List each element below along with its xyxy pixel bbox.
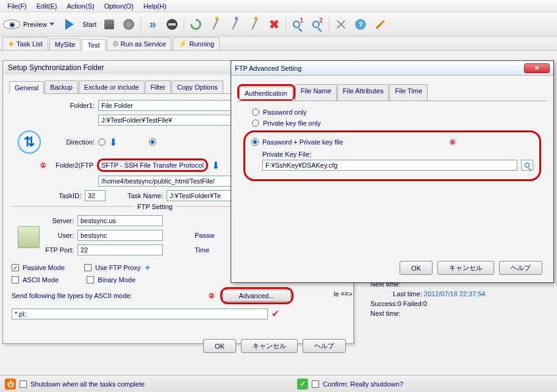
ok-button[interactable]: OK — [203, 339, 236, 353]
private-key-label: Private Key File: — [262, 151, 533, 158]
use-proxy-checkbox[interactable] — [84, 264, 92, 271]
toolbar-separator — [184, 17, 184, 32]
folder1-label: Folder1: — [46, 102, 95, 109]
preview-dropdown-icon[interactable] — [49, 23, 54, 26]
preview-label: Preview — [22, 21, 48, 28]
wand-blue-button[interactable] — [226, 15, 244, 34]
tab-test[interactable]: Test — [82, 39, 105, 51]
gear-icon — [123, 19, 134, 30]
search2-button[interactable]: 2 — [308, 15, 326, 34]
menu-action[interactable]: Action(S) — [62, 1, 99, 11]
binary-mode-checkbox[interactable] — [87, 276, 94, 283]
stop-button[interactable] — [100, 15, 118, 34]
menu-file[interactable]: File(F) — [2, 1, 32, 11]
folder2-label: Folder2(FTP — [52, 162, 93, 169]
tab-general[interactable]: General — [9, 81, 44, 94]
confirm-checkbox[interactable] — [312, 380, 319, 388]
advanced-button[interactable]: Advanced... — [223, 290, 291, 302]
annotation-box-4: Password + Private key file ④ Private Ke… — [243, 130, 541, 181]
search1-button[interactable]: 1 — [289, 15, 307, 34]
password-pk-radio[interactable] — [251, 138, 259, 146]
tab-authentication[interactable]: Authentication — [239, 87, 293, 99]
private-key-only-radio[interactable] — [252, 119, 259, 127]
password-only-radio[interactable] — [252, 109, 259, 116]
start-button[interactable] — [60, 15, 79, 34]
tab-tasklist[interactable]: ★Task List — [2, 37, 48, 50]
running-icon: ⚡ — [178, 40, 187, 48]
last-time-label: Last time: — [393, 290, 422, 298]
annotation-4: ④ — [448, 137, 458, 147]
menu-help[interactable]: Help(H) — [138, 1, 171, 11]
noentry-icon — [167, 19, 178, 30]
badge-2: 2 — [320, 17, 323, 24]
toolbar-separator — [286, 17, 286, 32]
taskid-field[interactable]: 32 — [85, 190, 106, 201]
user-field[interactable]: bestsync — [77, 230, 163, 241]
wand-blue-icon — [232, 19, 238, 29]
menu-option[interactable]: Option(O) — [99, 1, 138, 11]
toolbar-separator — [329, 17, 329, 32]
menu-edit[interactable]: Edit(E) — [32, 1, 62, 11]
shutdown-checkbox[interactable] — [20, 380, 27, 388]
ftp-advanced-dialog: FTP Advanced Setting ✕ ③ Authentication … — [231, 60, 554, 283]
edit-button[interactable] — [371, 15, 389, 34]
tab-label: MySite — [55, 41, 76, 48]
menu-bar: File(F) Edit(E) Action(S) Option(O) Help… — [0, 0, 557, 12]
cancel-button[interactable]: キャンセル — [437, 261, 494, 275]
tab-backup[interactable]: Backup — [45, 80, 78, 93]
passive-mode-checkbox[interactable] — [12, 264, 19, 271]
status-panel: Next time: le ==> Last time: 2012/07/18 … — [370, 280, 553, 319]
browse-button[interactable] — [521, 160, 533, 171]
ok-button[interactable]: OK — [400, 261, 433, 275]
tab-exclude[interactable]: Exclude or include — [79, 80, 145, 93]
taskid-label: TaskID: — [54, 192, 81, 199]
confirm-label: Confirm: Really shutdown? — [323, 380, 403, 388]
port-label: FTP Port: — [43, 246, 74, 254]
ascii-types-field[interactable]: *.pl; — [12, 308, 268, 319]
tools-button[interactable] — [332, 15, 350, 34]
folder2-protocol-field[interactable]: SFTP - SSH File Transfer Protocol — [97, 159, 208, 172]
ascii-mode-checkbox[interactable] — [12, 276, 19, 283]
private-key-only-label: Private key file only — [263, 119, 321, 127]
wand-orange-button[interactable] — [206, 15, 225, 34]
tab-filter[interactable]: Filter — [145, 80, 171, 93]
ftp-setting-label: FTP Setting — [134, 203, 176, 210]
success-fail: Success:0 Failed:0 — [370, 300, 553, 307]
tab-copy[interactable]: Copy Options — [171, 80, 223, 93]
badge-1: 1 — [300, 17, 304, 24]
help-button[interactable]: ヘルプ — [499, 261, 542, 275]
tab-running[interactable]: ⚡Running — [173, 37, 220, 50]
private-key-path-field[interactable]: F:¥SshKey¥DSAKey.cfg — [262, 160, 517, 171]
tab-label: Task List — [16, 40, 43, 48]
use-proxy-label: Use FTP Proxy — [95, 264, 140, 271]
port-field[interactable]: 22 — [77, 244, 163, 255]
block-button[interactable] — [163, 15, 181, 34]
ftp-dialog-title: FTP Advanced Setting — [235, 65, 524, 72]
le-label: le ==> — [334, 290, 353, 298]
preview-button[interactable] — [2, 15, 21, 34]
help-button[interactable]: ヘルプ — [303, 339, 346, 353]
down-arrow-icon: ⬇ — [212, 160, 220, 171]
taskname-label: Task Name: — [125, 192, 163, 199]
password-label: Passw — [195, 232, 214, 239]
wand-orange2-button[interactable] — [245, 15, 264, 34]
server-field[interactable]: bestsync.us — [77, 215, 163, 226]
ftp-dialog-titlebar: FTP Advanced Setting ✕ — [231, 61, 553, 76]
settings-button[interactable] — [120, 15, 138, 34]
tab-filetime[interactable]: File Time — [389, 84, 428, 101]
direction-radio-2[interactable] — [149, 138, 156, 146]
wand-orange-icon — [213, 19, 218, 29]
direction-radio-1[interactable] — [98, 138, 106, 146]
protocol-text: SFTP - SSH File Transfer Protocol — [101, 162, 204, 169]
recycle-button[interactable] — [187, 15, 205, 34]
close-button[interactable]: ✕ — [524, 63, 550, 73]
fastforward-button[interactable]: » — [143, 15, 162, 34]
tab-filename[interactable]: File Name — [295, 84, 337, 101]
tab-runservice[interactable]: ⚙Run as Service — [107, 37, 172, 50]
help-button[interactable]: ? — [351, 15, 370, 34]
last-time-value: 2012/07/18 22:37:54 — [424, 290, 486, 298]
cancel-button[interactable]: キャンセル — [241, 339, 298, 353]
delete-button[interactable]: ✖ — [265, 15, 283, 34]
tab-mysite[interactable]: MySite — [49, 38, 81, 50]
tab-fileattributes[interactable]: File Attributes — [337, 84, 389, 101]
